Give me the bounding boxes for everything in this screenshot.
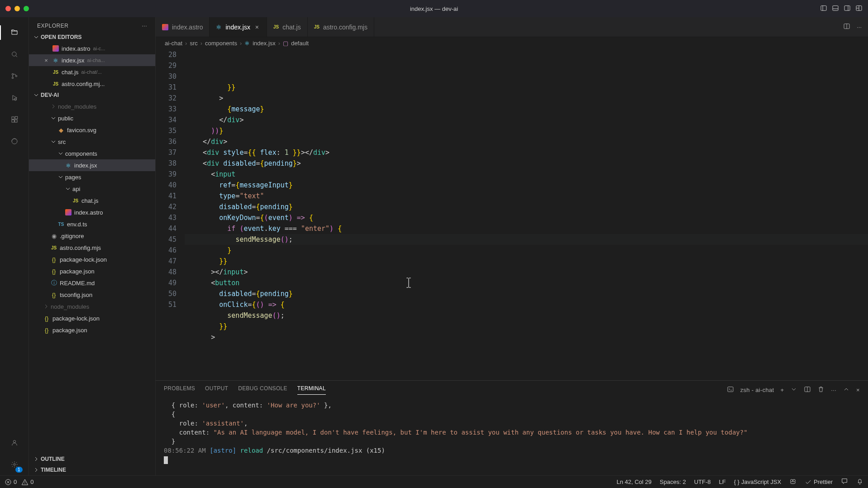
status-feedback-icon[interactable]: [841, 478, 848, 486]
project-section[interactable]: DEV-AI: [29, 90, 155, 100]
tab-index-astro[interactable]: index.astro: [156, 17, 210, 37]
tab-astro-config[interactable]: JS astro.config.mjs: [308, 17, 374, 37]
status-bell-icon[interactable]: [856, 478, 863, 486]
tree-file[interactable]: {}package.json: [29, 324, 155, 336]
search-activity-icon[interactable]: [4, 43, 25, 65]
status-prettier[interactable]: Prettier: [805, 478, 833, 486]
panel-tab-output[interactable]: OUTPUT: [205, 385, 228, 394]
svg-rect-17: [12, 117, 14, 119]
panel-tab-terminal[interactable]: TERMINAL: [297, 385, 326, 395]
code-content[interactable]: }} > {message} </div> ))} </div> <div st…: [185, 49, 868, 380]
traffic-lights: [5, 6, 29, 11]
new-terminal-icon[interactable]: +: [780, 387, 784, 393]
panel-tab-debug-console[interactable]: DEBUG CONSOLE: [238, 385, 287, 394]
tree-folder[interactable]: components: [29, 148, 155, 159]
edge-activity-icon[interactable]: [4, 130, 25, 152]
open-editors-section[interactable]: OPEN EDITORS: [29, 32, 155, 43]
maximize-window-button[interactable]: [24, 6, 29, 11]
open-editor-item[interactable]: index.astro ai-c...: [29, 43, 155, 54]
tree-file[interactable]: {}package-lock.json: [29, 312, 155, 324]
json-icon: {}: [43, 327, 51, 334]
svg-point-23: [14, 464, 15, 465]
split-editor-icon[interactable]: [843, 23, 850, 31]
tree-file[interactable]: JSchat.js: [29, 195, 155, 206]
tab-chat-js[interactable]: JS chat.js: [267, 17, 308, 37]
editor-tabs: index.astro ⚛ index.jsx × JS chat.js JS …: [156, 17, 868, 37]
shell-label[interactable]: zsh - ai-chat: [740, 387, 774, 393]
tree-file[interactable]: ◆favicon.svg: [29, 124, 155, 136]
status-position[interactable]: Ln 42, Col 29: [616, 478, 651, 485]
close-panel-icon[interactable]: ×: [856, 387, 860, 393]
panel-right-icon[interactable]: [844, 5, 851, 13]
tree-file[interactable]: index.astro: [29, 206, 155, 218]
tree-folder[interactable]: pages: [29, 171, 155, 183]
tab-index-jsx[interactable]: ⚛ index.jsx ×: [210, 17, 267, 37]
js-icon: JS: [72, 198, 80, 203]
js-icon: JS: [50, 245, 58, 250]
panel-tab-problems[interactable]: PROBLEMS: [164, 385, 195, 394]
run-debug-activity-icon[interactable]: [4, 87, 25, 109]
react-icon: ⚛: [216, 24, 222, 31]
tree-file-selected[interactable]: ⚛index.jsx: [29, 159, 155, 171]
status-errors[interactable]: 0: [5, 478, 17, 486]
status-encoding[interactable]: UTF-8: [694, 478, 711, 485]
tree-file[interactable]: ◉.gitignore: [29, 230, 155, 242]
terminal-output[interactable]: { role: 'user', content: 'How are you?' …: [156, 399, 868, 475]
status-copilot-icon[interactable]: [789, 478, 796, 486]
close-window-button[interactable]: [5, 6, 11, 11]
status-warnings[interactable]: 0: [21, 478, 33, 486]
status-bar: 0 0 Ln 42, Col 29 Spaces: 2 UTF-8 LF { }…: [0, 475, 868, 488]
svg-icon: ◆: [57, 127, 65, 134]
tree-file[interactable]: JSastro.config.mjs: [29, 242, 155, 254]
code-editor[interactable]: 2829303132333435363738394041424344454647…: [156, 49, 868, 380]
more-terminal-icon[interactable]: ···: [831, 387, 836, 393]
tree-folder[interactable]: node_modules: [29, 301, 155, 312]
timeline-section[interactable]: TIMELINE: [29, 464, 155, 475]
tree-folder[interactable]: api: [29, 183, 155, 195]
open-editor-item[interactable]: JS chat.js ai-chat/...: [29, 66, 155, 78]
terminal-cursor: [164, 456, 168, 464]
status-spaces[interactable]: Spaces: 2: [660, 478, 686, 485]
svg-line-10: [15, 56, 17, 57]
more-icon[interactable]: ···: [142, 23, 147, 29]
svg-rect-4: [844, 5, 850, 10]
panel-bottom-icon[interactable]: [832, 5, 839, 13]
open-editor-item[interactable]: × ⚛ index.jsx ai-cha...: [29, 54, 155, 66]
split-terminal-icon[interactable]: [804, 386, 811, 394]
layout-icon[interactable]: [855, 5, 863, 13]
tree-file[interactable]: ⓘREADME.md: [29, 277, 155, 289]
kill-terminal-icon[interactable]: [817, 386, 825, 394]
source-control-activity-icon[interactable]: [4, 65, 25, 87]
more-actions-icon[interactable]: ···: [857, 24, 862, 30]
breadcrumbs[interactable]: ai-chat› src› components› ⚛ index.jsx› ▢…: [156, 37, 868, 49]
tree-file[interactable]: {}tsconfig.json: [29, 289, 155, 301]
outline-section[interactable]: OUTLINE: [29, 454, 155, 464]
astro-icon: [65, 209, 72, 215]
tree-file[interactable]: {}package-lock.json: [29, 254, 155, 265]
settings-activity-icon[interactable]: 1: [4, 454, 25, 475]
maximize-panel-icon[interactable]: [843, 386, 850, 394]
open-editor-item[interactable]: JS astro.config.mj...: [29, 78, 155, 90]
tree-file[interactable]: TSenv.d.ts: [29, 218, 155, 230]
status-eol[interactable]: LF: [719, 478, 725, 485]
tree-file[interactable]: {}package.json: [29, 265, 155, 277]
account-activity-icon[interactable]: [4, 432, 25, 454]
extensions-activity-icon[interactable]: [4, 109, 25, 130]
explorer-activity-icon[interactable]: [4, 22, 25, 43]
tree-folder[interactable]: node_modules: [29, 100, 155, 112]
minimize-window-button[interactable]: [14, 6, 20, 11]
ts-icon: TS: [57, 222, 65, 227]
file-tree: node_modules public ◆favicon.svg src com…: [29, 100, 155, 454]
terminal-dropdown-icon[interactable]: [790, 386, 797, 394]
json-icon: {}: [50, 292, 58, 298]
activity-bar: 1: [0, 17, 29, 475]
tree-folder[interactable]: public: [29, 112, 155, 124]
close-editor-icon[interactable]: ×: [43, 57, 50, 64]
json-icon: {}: [50, 256, 58, 263]
tree-folder[interactable]: src: [29, 136, 155, 148]
panel-left-icon[interactable]: [820, 5, 827, 13]
terminal-shell-icon[interactable]: [727, 386, 734, 394]
close-tab-icon[interactable]: ×: [254, 24, 260, 31]
status-language[interactable]: { }JavaScript JSX: [734, 478, 781, 485]
gitignore-icon: ◉: [50, 233, 58, 239]
